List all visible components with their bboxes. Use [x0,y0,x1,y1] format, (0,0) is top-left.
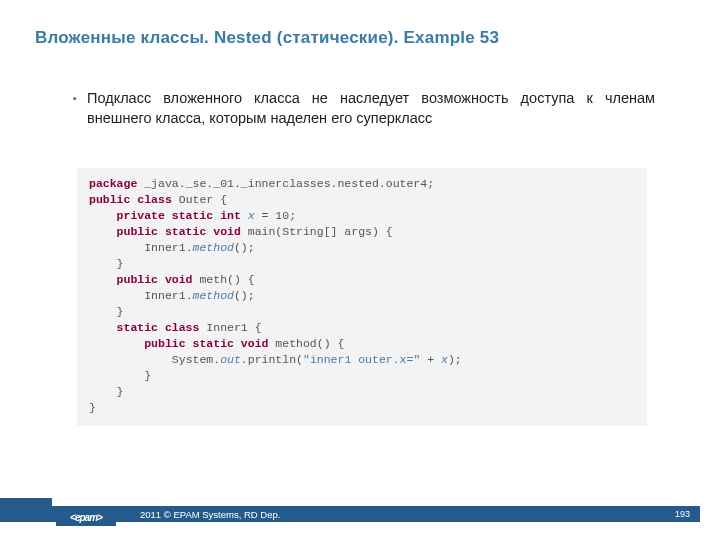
slide: Вложенные классы. Nested (статические). … [0,0,720,540]
code-block: package _java._se._01._innerclasses.nest… [77,168,647,426]
copyright-text: 2011 © EPAM Systems, RD Dep. [140,509,280,520]
bullet-text: Подкласс вложенного класса не наследует … [87,88,655,128]
bullet-item: ▪ Подкласс вложенного класса не наследуе… [73,88,655,128]
footer: <epam> 2011 © EPAM Systems, RD Dep. 193 [0,498,720,522]
content-body: ▪ Подкласс вложенного класса не наследуе… [73,88,655,128]
bullet-marker: ▪ [73,88,87,128]
page-title: Вложенные классы. Nested (статические). … [35,28,499,48]
page-number: 193 [675,509,690,519]
footer-accent [0,498,52,522]
epam-logo: <epam> [56,508,116,526]
